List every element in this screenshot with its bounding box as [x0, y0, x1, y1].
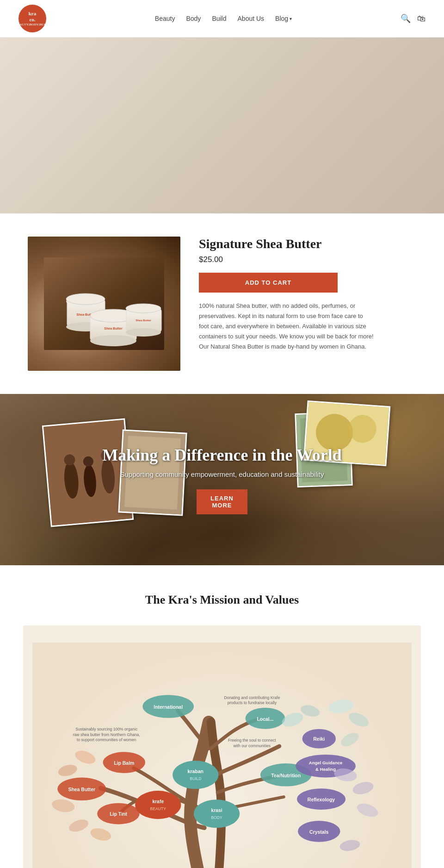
product-description: 100% natural Shea butter, with no added …: [199, 301, 375, 352]
svg-point-14: [126, 304, 161, 313]
mission-title: Making a Difference in the World: [102, 445, 342, 465]
nav-about[interactable]: About Us: [238, 15, 265, 22]
product-image: Shea Butter Shea Butter Shea Butter: [28, 237, 180, 371]
values-section: The Kra's Mission and Values kraco. BEAU…: [0, 565, 444, 868]
svg-text:Reflexology: Reflexology: [308, 797, 335, 802]
product-info: Signature Shea Butter $25.00 ADD TO CART…: [199, 237, 416, 352]
svg-point-8: [90, 335, 136, 346]
svg-text:Local...: Local...: [257, 717, 273, 722]
svg-text:raw shea butter from Northern : raw shea butter from Northern Ghana,: [73, 732, 140, 737]
svg-text:Sustainably sourcing 100% orga: Sustainably sourcing 100% organic: [75, 727, 138, 731]
svg-text:Donating and contributing Kraf: Donating and contributing Krafe: [224, 695, 280, 700]
svg-point-38: [135, 791, 181, 819]
svg-text:Tea/Nutrition: Tea/Nutrition: [271, 773, 301, 778]
hero-banner: [0, 37, 444, 213]
search-icon[interactable]: 🔍: [401, 13, 411, 24]
svg-text:& Healing: & Healing: [315, 767, 336, 772]
logo[interactable]: kraco. BEAUTY|BODY|BUILD: [18, 5, 46, 32]
mission-subtitle: Supporting community empowerment, educat…: [102, 470, 342, 478]
main-nav: Beauty Body Build About Us Blog ▾: [155, 15, 292, 22]
svg-point-13: [126, 328, 161, 337]
svg-text:with our communities: with our communities: [233, 743, 271, 748]
nav-icons: 🔍 🛍: [401, 13, 426, 24]
nav-blog[interactable]: Blog ▾: [275, 15, 292, 22]
svg-text:kraban: kraban: [188, 769, 204, 774]
svg-point-41: [194, 799, 240, 828]
svg-text:krafe: krafe: [152, 799, 164, 804]
product-title: Signature Shea Butter: [199, 237, 416, 251]
svg-point-35: [173, 761, 218, 789]
svg-text:BUILD: BUILD: [190, 776, 201, 781]
logo-tagline: BEAUTY|BODY|BUILD: [15, 23, 50, 26]
svg-text:International: International: [154, 705, 183, 710]
tree-svg: kraco. BEAUTY|BODY|BUILD kraban BUILD kr…: [32, 639, 412, 868]
svg-text:Reiki: Reiki: [313, 737, 325, 742]
svg-text:Lip Tint: Lip Tint: [110, 812, 127, 817]
svg-text:Shea Butter: Shea Butter: [136, 319, 151, 322]
product-section: Shea Butter Shea Butter Shea Butter Sign…: [0, 213, 444, 394]
svg-text:BEAUTY: BEAUTY: [150, 806, 166, 811]
svg-text:BODY: BODY: [211, 815, 222, 820]
svg-text:Lip Balm: Lip Balm: [114, 761, 134, 766]
nav-beauty[interactable]: Beauty: [155, 15, 175, 22]
svg-text:krasi: krasi: [211, 808, 222, 813]
svg-text:products to fundraise locally: products to fundraise locally: [228, 700, 277, 705]
nav-body[interactable]: Body: [186, 15, 201, 22]
svg-text:Shea Butter: Shea Butter: [68, 787, 95, 792]
mission-banner: Making a Difference in the World Support…: [0, 394, 444, 565]
learn-more-button[interactable]: LEARNMORE: [197, 489, 247, 514]
add-to-cart-button[interactable]: ADD TO CART: [199, 273, 338, 293]
svg-text:Angel Guidance: Angel Guidance: [309, 760, 342, 765]
tree-diagram: kraco. BEAUTY|BODY|BUILD kraban BUILD kr…: [23, 625, 421, 868]
logo-text: kraco.: [15, 11, 50, 23]
svg-text:to support communities of wome: to support communities of women: [77, 737, 136, 742]
product-price: $25.00: [199, 255, 416, 264]
header: kraco. BEAUTY|BODY|BUILD Beauty Body Bui…: [0, 0, 444, 37]
nav-build[interactable]: Build: [212, 15, 226, 22]
svg-text:Freeing the soul to connect: Freeing the soul to connect: [228, 738, 276, 743]
svg-text:Shea Butter: Shea Butter: [104, 327, 123, 330]
product-jars-svg: Shea Butter Shea Butter Shea Butter: [44, 257, 164, 350]
values-title: The Kra's Mission and Values: [18, 593, 426, 607]
cart-icon[interactable]: 🛍: [417, 14, 426, 24]
svg-text:Crystals: Crystals: [309, 830, 328, 835]
mission-content: Making a Difference in the World Support…: [102, 445, 342, 514]
svg-point-4: [66, 293, 105, 305]
